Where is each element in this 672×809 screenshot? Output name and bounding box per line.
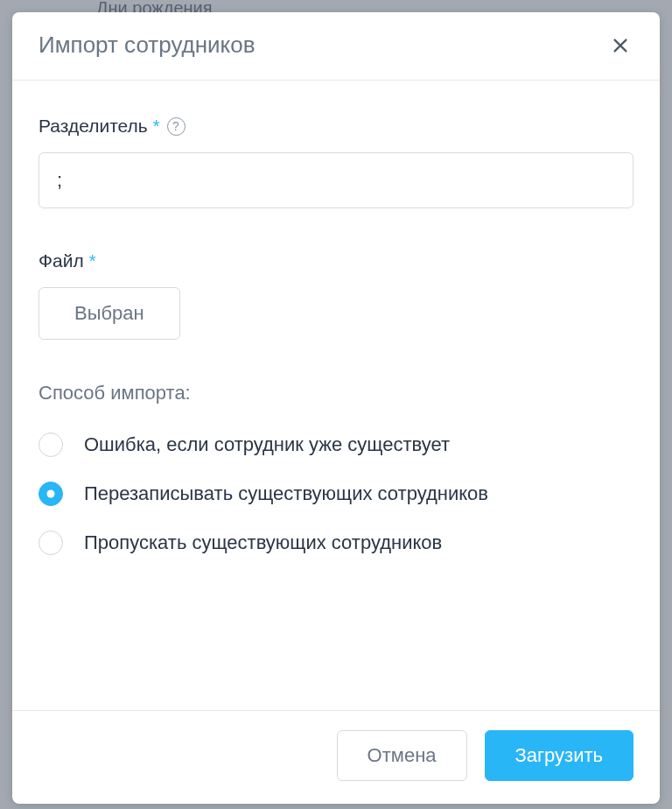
file-label-row: Файл * — [38, 250, 634, 271]
required-indicator: * — [153, 117, 160, 135]
help-icon[interactable]: ? — [167, 117, 186, 136]
modal-footer: Отмена Загрузить — [12, 710, 660, 804]
radio-option-overwrite[interactable]: Перезаписывать существующих сотрудников — [38, 482, 634, 506]
modal-title: Импорт сотрудников — [38, 32, 256, 59]
radio-option-skip[interactable]: Пропускать существующих сотрудников — [38, 531, 634, 555]
modal-header: Импорт сотрудников — [12, 12, 660, 81]
delimiter-input[interactable] — [38, 152, 634, 208]
file-field-group: Файл * Выбран — [38, 250, 634, 340]
required-indicator: * — [89, 252, 96, 270]
import-employees-modal: Импорт сотрудников Разделитель * ? Файл … — [12, 12, 660, 804]
radio-option-error[interactable]: Ошибка, если сотрудник уже существует — [38, 433, 634, 457]
delimiter-label-row: Разделитель * ? — [38, 116, 634, 137]
file-select-button[interactable]: Выбран — [38, 287, 180, 340]
cancel-button[interactable]: Отмена — [337, 730, 467, 781]
radio-label: Перезаписывать существующих сотрудников — [84, 482, 488, 505]
radio-circle-icon — [38, 531, 63, 555]
radio-label: Ошибка, если сотрудник уже существует — [84, 433, 450, 456]
delimiter-label: Разделитель — [38, 116, 148, 137]
delimiter-field-group: Разделитель * ? — [38, 116, 634, 208]
radio-label: Пропускать существующих сотрудников — [84, 531, 442, 554]
import-method-label: Способ импорта: — [38, 382, 634, 404]
import-method-section: Способ импорта: Ошибка, если сотрудник у… — [38, 382, 634, 555]
submit-button[interactable]: Загрузить — [485, 730, 634, 781]
radio-circle-icon — [38, 482, 63, 506]
close-button[interactable] — [607, 32, 634, 59]
import-method-radio-group: Ошибка, если сотрудник уже существует Пе… — [38, 433, 634, 555]
file-label: Файл — [38, 250, 84, 271]
modal-body: Разделитель * ? Файл * Выбран Способ имп… — [12, 81, 660, 710]
radio-circle-icon — [38, 433, 63, 457]
close-icon — [611, 36, 630, 55]
